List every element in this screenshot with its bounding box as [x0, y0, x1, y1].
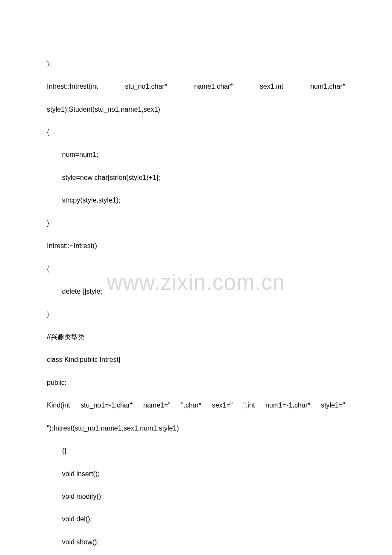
- code-segment: style1=": [321, 400, 345, 411]
- code-line: {: [47, 263, 345, 275]
- code-line: Kind(int stu_no1=-1,char* name1=" ",char…: [47, 400, 345, 411]
- code-line: strcpy(style,style1);: [47, 195, 345, 206]
- code-line: delete []style;: [47, 286, 345, 298]
- code-segment: num1,char*: [310, 81, 345, 92]
- code-segment: Kind(int: [47, 400, 70, 411]
- code-segment: ",int: [243, 400, 255, 411]
- code-segment: sex1=": [212, 400, 233, 411]
- code-line: void modify();: [47, 491, 345, 503]
- code-line: void show();: [47, 537, 345, 548]
- code-line: num=num1;: [47, 149, 345, 161]
- code-line: }: [47, 218, 345, 229]
- code-line: void insert();: [47, 468, 345, 480]
- code-segment: num1=-1,char*: [265, 400, 310, 411]
- code-segment: name1=": [143, 400, 170, 411]
- code-line: style=new char[strlen(style1)+1];: [47, 172, 345, 184]
- code-segment: stu_no1=-1,char*: [81, 400, 133, 411]
- code-line: //兴趣类型类: [47, 332, 345, 343]
- code-line: Intrest::Intrest(int stu_no1,char* name1…: [47, 81, 345, 92]
- code-line: };: [47, 58, 345, 70]
- code-segment: Intrest::Intrest(int: [47, 81, 98, 92]
- code-segment: stu_no1,char*: [125, 81, 167, 92]
- code-line: Intrest::~Intrest(): [47, 240, 345, 252]
- code-line: void del();: [47, 514, 345, 525]
- code-segment: ",char*: [181, 400, 201, 411]
- code-line: }: [47, 309, 345, 321]
- code-segment: sex1,int: [260, 81, 283, 92]
- code-line: public:: [47, 377, 345, 389]
- code-block: }; Intrest::Intrest(int stu_no1,char* na…: [47, 47, 345, 555]
- code-line: {}: [47, 445, 345, 457]
- code-line: class Kind:public Intrest{: [47, 354, 345, 366]
- code-line: {: [47, 127, 345, 138]
- code-line: style1):Student(stu_no1,name1,sex1): [47, 104, 345, 116]
- code-segment: name1,char*: [194, 81, 233, 92]
- code-line: "):Intrest(stu_no1,name1,sex1,num1,style…: [47, 423, 345, 434]
